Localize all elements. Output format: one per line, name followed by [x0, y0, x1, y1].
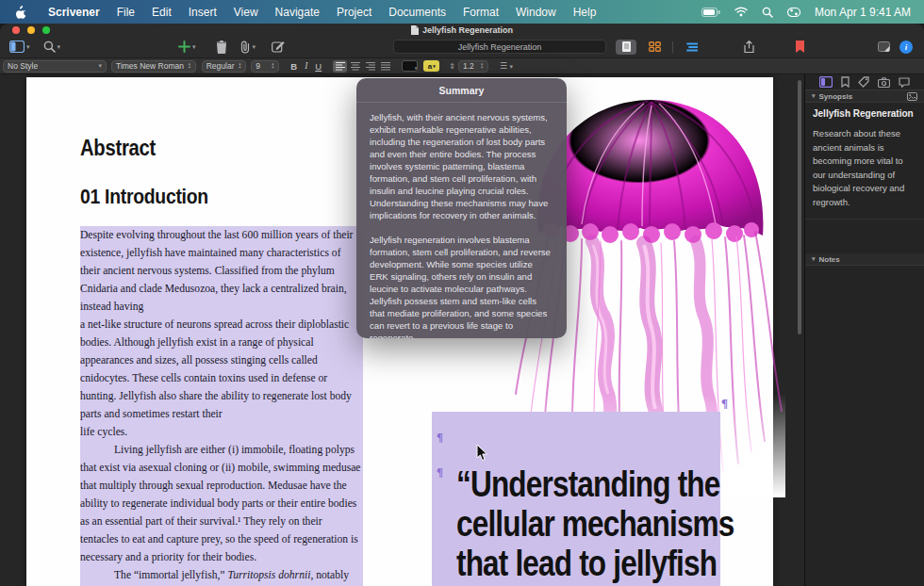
menu-item-view[interactable]: View: [234, 6, 258, 19]
corkboard-view-button[interactable]: [644, 40, 665, 55]
bookmark-button[interactable]: [796, 41, 804, 53]
menu-bar-clock[interactable]: Mon Apr 1 9:41 AM: [815, 6, 911, 19]
battery-icon[interactable]: [701, 8, 720, 17]
attach-button[interactable]: ▾: [239, 41, 256, 54]
tab-metadata[interactable]: [858, 76, 869, 88]
layouts-button[interactable]: [878, 41, 890, 52]
align-justify-button[interactable]: [378, 60, 392, 73]
notes-section-header[interactable]: ▾ Notes: [805, 253, 924, 266]
heading-introduction: 01 Introduction: [80, 185, 208, 209]
control-center-icon[interactable]: [787, 8, 800, 17]
document-icon: [411, 25, 419, 35]
binder-toggle-button[interactable]: ▾: [9, 41, 30, 53]
main-toolbar: ▾ ▾ ▾ ▾: [0, 36, 924, 57]
heading-abstract: Abstract: [80, 136, 156, 161]
style-dropdown[interactable]: No Style▾: [3, 60, 107, 73]
search-icon: [43, 41, 56, 53]
synopsis-section-header[interactable]: ▾ Synopsis: [805, 90, 924, 103]
add-item-button[interactable]: ▾: [178, 41, 196, 53]
view-mode-group: [616, 40, 701, 55]
italic-button[interactable]: I: [305, 61, 307, 71]
trash-icon: [216, 41, 227, 54]
font-dropdown[interactable]: Times New Roman⭥: [111, 60, 196, 73]
align-left-button[interactable]: [333, 60, 347, 73]
popup-title: Summary: [356, 78, 567, 103]
layouts-icon: [878, 41, 890, 52]
binder-panel-icon: [9, 41, 25, 53]
menu-item-file[interactable]: File: [117, 6, 135, 19]
menu-item-window[interactable]: Window: [516, 6, 556, 19]
menu-item-documents[interactable]: Documents: [388, 6, 446, 19]
align-center-button[interactable]: [348, 60, 362, 73]
paperclip-icon: [239, 41, 251, 54]
view-group-divider: [672, 41, 673, 53]
add-plus-icon: [178, 41, 190, 53]
wifi-icon[interactable]: [734, 7, 748, 17]
tab-snapshots[interactable]: [878, 77, 890, 88]
synopsis-text: Research about these ancient animals is …: [813, 127, 916, 209]
menu-item-scrivener[interactable]: Scrivener: [48, 6, 100, 19]
paragraph: The “immortal jellyfish,” Turritopsis do…: [80, 566, 363, 586]
menu-item-format[interactable]: Format: [463, 6, 499, 19]
menu-item-insert[interactable]: Insert: [189, 6, 217, 19]
pilcrow-mark: ¶: [432, 431, 720, 443]
synopsis-card[interactable]: Jellyfish Regeneration Research about th…: [805, 103, 924, 220]
synopsis-image-icon[interactable]: [907, 92, 917, 101]
tab-comments[interactable]: [899, 77, 910, 88]
menu-bar: Scrivener File Edit Insert View Navigate…: [0, 0, 924, 24]
document-view-button[interactable]: [616, 40, 636, 55]
highlight-color-well[interactable]: a▾: [423, 60, 439, 72]
synopsis-title: Jellyfish Regeneration: [813, 108, 916, 119]
menu-item-navigate[interactable]: Navigate: [275, 6, 320, 19]
share-icon: [744, 41, 754, 53]
mouse-cursor: [476, 444, 488, 462]
list-format-button[interactable]: ☰ ▾: [500, 61, 513, 71]
menu-item-project[interactable]: Project: [337, 6, 371, 19]
popup-body: Jellyfish, with their ancient nervous sy…: [356, 103, 567, 338]
compose-icon: [272, 41, 285, 53]
editor-scrollbar[interactable]: [798, 80, 801, 334]
font-size-stepper[interactable]: 9⭥: [251, 60, 279, 73]
bold-button[interactable]: B: [290, 61, 297, 72]
menu-item-help[interactable]: Help: [573, 6, 597, 19]
document-search-field[interactable]: [393, 40, 606, 54]
paragraph: Living jellyfish are either (i) immobile…: [80, 441, 363, 566]
font-variant-dropdown[interactable]: Regular⭥: [202, 60, 247, 73]
inspector-info-button[interactable]: i: [899, 41, 913, 54]
pull-quote-block[interactable]: ¶ ¶ “Understanding the cellular mechanis…: [432, 412, 720, 586]
share-button[interactable]: [744, 41, 754, 53]
outline-view-button[interactable]: [681, 40, 701, 55]
window-title-bar: Jellyfish Regeneration: [0, 24, 924, 36]
alignment-group: [333, 60, 392, 73]
body-text-selection[interactable]: Despite evolving throughout the last 600…: [80, 226, 363, 586]
info-icon: i: [899, 41, 913, 54]
line-spacing-stepper[interactable]: 1.2⭥: [458, 60, 488, 73]
corkboard-view-icon: [649, 41, 661, 52]
trash-button[interactable]: [216, 41, 227, 54]
align-right-button[interactable]: [363, 60, 377, 73]
inspector-panel: ▾ Synopsis Jellyfish Regeneration Resear…: [804, 74, 924, 586]
apple-menu-icon[interactable]: [15, 6, 26, 19]
chevron-down-icon: ▾: [812, 255, 816, 263]
format-bar: No Style▾ Times New Roman⭥ Regular⭥ 9⭥ B…: [0, 57, 924, 74]
menu-item-edit[interactable]: Edit: [152, 6, 172, 19]
tab-bookmarks[interactable]: [841, 76, 850, 88]
chevron-down-icon: ▾: [812, 92, 816, 100]
underline-button[interactable]: U: [315, 61, 322, 72]
search-toolbar-button[interactable]: ▾: [43, 41, 61, 53]
summary-paragraph: Jellyfish regeneration involves blastema…: [370, 234, 553, 338]
pull-quote-text: “Understanding the cellular mechanisms t…: [432, 464, 720, 583]
document-view-icon: [622, 41, 631, 52]
outline-view-icon: [685, 42, 698, 52]
pilcrow-mark: ¶: [721, 396, 728, 411]
paragraph: Despite evolving throughout the last 600…: [80, 226, 363, 441]
line-spacing-icon[interactable]: ⇕: [449, 62, 455, 71]
spotlight-search-icon[interactable]: [762, 7, 773, 18]
summary-paragraph: Jellyfish, with their ancient nervous sy…: [370, 111, 553, 221]
screen: Scrivener File Edit Insert View Navigate…: [0, 0, 924, 586]
text-color-well[interactable]: ▾: [402, 60, 418, 72]
compose-button[interactable]: [272, 41, 285, 53]
writing-tools-summary-popup[interactable]: Summary Jellyfish, with their ancient ne…: [356, 78, 567, 338]
tab-notes[interactable]: [819, 76, 833, 88]
bookmark-icon: [796, 41, 804, 53]
